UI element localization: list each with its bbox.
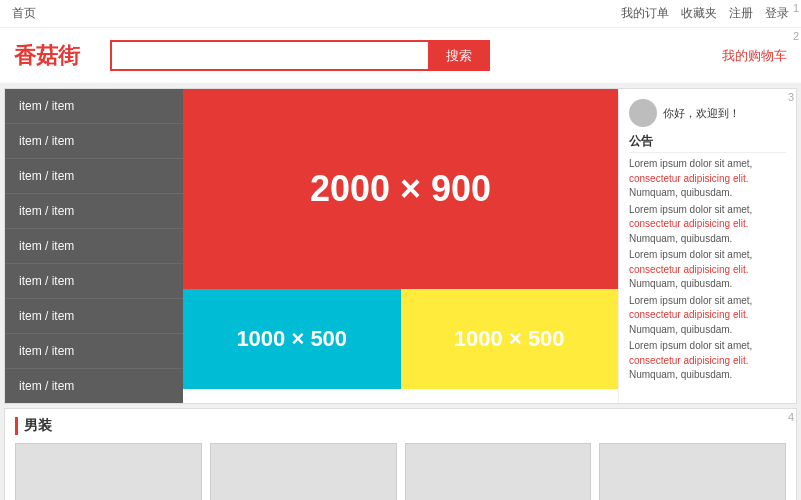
row-1-marker: 1 xyxy=(793,2,799,14)
home-link[interactable]: 首页 xyxy=(12,6,36,20)
products-grid xyxy=(15,443,786,500)
right-panel: 你好，欢迎到！ 公告 Lorem ipsum dolor sit amet, c… xyxy=(618,89,796,403)
header: 香菇街 搜索 我的购物车 2 xyxy=(0,28,801,84)
notice-label: 公告 xyxy=(629,133,786,153)
user-greeting-row: 你好，欢迎到！ xyxy=(629,99,786,127)
banner-sub-right: 1000 × 500 xyxy=(401,289,619,389)
row-2-marker: 2 xyxy=(793,30,799,42)
sidebar-item-7[interactable]: item / item xyxy=(5,299,183,334)
products-title: 男装 xyxy=(15,417,786,435)
products-section: 男装 4 xyxy=(4,408,797,500)
sidebar: item / item item / item item / item item… xyxy=(5,89,183,403)
lorem-2: Lorem ipsum dolor sit amet, consectetur … xyxy=(629,203,786,247)
lorem-1: Lorem ipsum dolor sit amet, consectetur … xyxy=(629,157,786,201)
banner-sub: 1000 × 500 1000 × 500 xyxy=(183,289,618,389)
main-content: item / item item / item item / item item… xyxy=(4,88,797,404)
sidebar-item-1[interactable]: item / item xyxy=(5,89,183,124)
row-3-marker: 3 xyxy=(788,91,794,103)
page-wrapper: 首页 我的订单 收藏夹 注册 登录 1 香菇街 搜索 我的购物车 2 item … xyxy=(0,0,801,500)
login-link[interactable]: 登录 xyxy=(765,5,789,22)
lorem-4: Lorem ipsum dolor sit amet, consectetur … xyxy=(629,294,786,338)
sidebar-item-6[interactable]: item / item xyxy=(5,264,183,299)
sidebar-item-9[interactable]: item / item xyxy=(5,369,183,403)
search-input[interactable] xyxy=(110,40,428,71)
top-nav-right: 我的订单 收藏夹 注册 登录 xyxy=(621,5,789,22)
product-card-4[interactable] xyxy=(599,443,786,500)
lorem-5: Lorem ipsum dolor sit amet, consectetur … xyxy=(629,339,786,383)
banner-area: 2000 × 900 1000 × 500 1000 × 500 xyxy=(183,89,618,403)
product-card-2[interactable] xyxy=(210,443,397,500)
logo: 香菇街 xyxy=(14,41,94,71)
top-nav: 首页 我的订单 收藏夹 注册 登录 1 xyxy=(0,0,801,28)
top-nav-left: 首页 xyxy=(12,5,36,22)
cart-link[interactable]: 我的购物车 xyxy=(722,47,787,65)
banner-main-text: 2000 × 900 xyxy=(310,168,491,210)
sidebar-item-3[interactable]: item / item xyxy=(5,159,183,194)
favorites-link[interactable]: 收藏夹 xyxy=(681,5,717,22)
product-card-3[interactable] xyxy=(405,443,592,500)
sidebar-item-5[interactable]: item / item xyxy=(5,229,183,264)
register-link[interactable]: 注册 xyxy=(729,5,753,22)
search-bar: 搜索 xyxy=(110,40,490,71)
product-card-1[interactable] xyxy=(15,443,202,500)
orders-link[interactable]: 我的订单 xyxy=(621,5,669,22)
lorem-3: Lorem ipsum dolor sit amet, consectetur … xyxy=(629,248,786,292)
banner-sub-right-text: 1000 × 500 xyxy=(454,326,565,352)
banner-main: 2000 × 900 xyxy=(183,89,618,289)
search-button[interactable]: 搜索 xyxy=(428,40,490,71)
banner-sub-left-text: 1000 × 500 xyxy=(236,326,347,352)
sidebar-item-4[interactable]: item / item xyxy=(5,194,183,229)
greeting-text: 你好，欢迎到！ xyxy=(663,106,740,121)
row-4-marker: 4 xyxy=(788,411,794,423)
banner-sub-left: 1000 × 500 xyxy=(183,289,401,389)
sidebar-item-2[interactable]: item / item xyxy=(5,124,183,159)
avatar xyxy=(629,99,657,127)
sidebar-item-8[interactable]: item / item xyxy=(5,334,183,369)
